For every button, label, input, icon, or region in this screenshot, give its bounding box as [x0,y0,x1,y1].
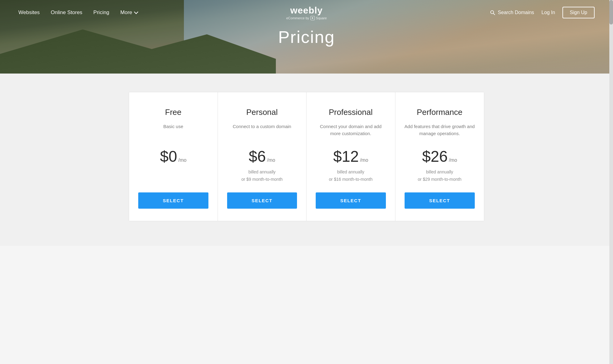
price-area-personal: $6 /mo [249,148,275,165]
select-button-performance[interactable]: SELECT [405,192,475,209]
nav-websites[interactable]: Websites [18,9,40,16]
price-amount-professional: $12 [333,148,359,165]
pricing-card-personal: Personal Connect to a custom domain $6 /… [218,92,307,221]
plan-name-professional: Professional [329,108,373,117]
search-icon [490,10,495,15]
price-area-performance: $26 /mo [422,148,457,165]
price-area-professional: $12 /mo [333,148,368,165]
plan-desc-free: Basic use [163,123,183,138]
hero-title: Pricing [278,27,335,47]
pricing-card-performance: Performance Add features that drive grow… [395,92,484,221]
price-amount-free: $0 [160,148,177,165]
search-domains-button[interactable]: Search Domains [490,10,534,15]
price-unit-performance: /mo [449,157,457,163]
login-button[interactable]: Log In [542,10,555,15]
select-button-personal[interactable]: SELECT [227,192,297,209]
pricing-section: Free Basic use $0 /mo SELECT Personal Co… [0,74,613,246]
square-icon: ■ [310,16,315,20]
price-unit-personal: /mo [267,157,275,163]
plan-name-personal: Personal [246,108,278,117]
billing-info-performance: billed annually or $29 month-to-month [418,169,461,183]
plan-name-free: Free [165,108,181,117]
nav-pricing[interactable]: Pricing [93,9,109,16]
select-button-professional[interactable]: SELECT [316,192,386,209]
billing-info-personal: billed annually or $9 month-to-month [241,169,283,183]
price-amount-personal: $6 [249,148,266,165]
logo-wordmark: weebly [286,5,327,16]
svg-line-1 [493,13,495,15]
plan-desc-professional: Connect your domain and add more customi… [316,123,386,138]
scrollbar[interactable] [609,0,613,246]
signup-button[interactable]: Sign Up [562,7,595,18]
price-area-free: $0 /mo [160,148,186,165]
nav-online-stores[interactable]: Online Stores [51,9,82,16]
price-unit-free: /mo [178,157,187,163]
logo[interactable]: weebly eCommerce by ■ Square [286,5,327,20]
plan-desc-performance: Add features that drive growth and manag… [405,123,475,138]
plan-desc-personal: Connect to a custom domain [233,123,291,138]
pricing-card-professional: Professional Connect your domain and add… [306,92,395,221]
price-unit-professional: /mo [360,157,368,163]
plan-name-performance: Performance [417,108,463,117]
navbar: Websites Online Stores Pricing More weeb… [0,0,613,25]
pricing-grid: Free Basic use $0 /mo SELECT Personal Co… [129,92,484,221]
nav-links: Websites Online Stores Pricing More [18,9,137,16]
chevron-down-icon [134,10,138,14]
pricing-card-free: Free Basic use $0 /mo SELECT [129,92,218,221]
select-button-free[interactable]: SELECT [138,192,208,209]
logo-subtitle: eCommerce by ■ Square [286,16,327,20]
price-amount-performance: $26 [422,148,447,165]
billing-info-professional: billed annually or $16 month-to-month [329,169,372,183]
nav-more[interactable]: More [120,9,137,16]
nav-right: Search Domains Log In Sign Up [490,7,595,18]
